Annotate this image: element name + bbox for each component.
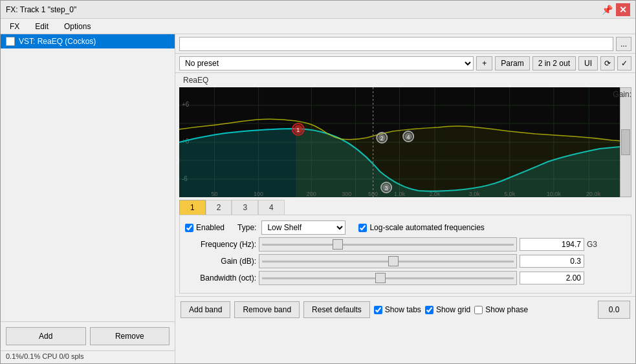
main-window: FX: Track 1 "step_0" 📌 ✕ FX Edit Options… (0, 0, 636, 364)
preset-select[interactable]: No preset (179, 56, 474, 70)
menu-fx[interactable]: FX (6, 21, 23, 32)
enabled-checkbox[interactable] (185, 224, 193, 232)
right-panel: ... No preset + Param 2 in 2 out UI ⟳ ✓ … (175, 34, 635, 363)
gain-row: Gain (dB): 0.3 (185, 254, 626, 268)
add-plugin-button[interactable]: Add (6, 327, 86, 345)
plugin-item[interactable]: ✓ VST: ReaEQ (Cockos) (1, 34, 175, 48)
reset-defaults-button[interactable]: Reset defaults (303, 301, 370, 318)
frequency-row: Frequency (Hz): 194.7 G3 (185, 237, 626, 252)
plugin-list: ✓ VST: ReaEQ (Cockos) (1, 34, 175, 321)
svg-text:300: 300 (342, 191, 351, 197)
gain-label: Gain: (613, 90, 631, 99)
add-preset-button[interactable]: + (476, 56, 492, 70)
show-tabs-checkbox[interactable] (374, 306, 382, 314)
logscale-check-label: Log-scale automated frequencies (358, 223, 484, 232)
svg-text:100: 100 (254, 191, 263, 197)
sidebar: ✓ VST: ReaEQ (Cockos) Add Remove 0.1%/0.… (1, 34, 175, 363)
gain-slider[interactable] (259, 254, 517, 268)
svg-text:200: 200 (307, 191, 316, 197)
gain-display: 0.0 (598, 301, 630, 319)
svg-text:20.0k: 20.0k (586, 191, 601, 197)
frequency-slider[interactable] (259, 237, 517, 252)
bandwidth-value: 2.00 (520, 272, 584, 284)
gain-value: 0.3 (520, 255, 584, 268)
eq-graph: +6 +0 -6 (179, 87, 620, 197)
menu-options[interactable]: Options (60, 21, 94, 32)
bandwidth-row: Bandwidth (oct): 2.00 (185, 271, 626, 285)
svg-text:500: 500 (368, 191, 378, 197)
bandwidth-label: Bandwidth (oct): (185, 273, 256, 283)
frequency-label: Frequency (Hz): (185, 240, 256, 249)
sidebar-footer: Add Remove (1, 321, 175, 350)
close-button[interactable]: ✕ (616, 3, 630, 16)
eq-section: Gain: (175, 87, 635, 197)
top-toolbar: ... (175, 34, 635, 54)
band-tabs: 1 2 3 4 (175, 197, 635, 215)
svg-text:1.0k: 1.0k (394, 191, 406, 197)
show-tabs-label: Show tabs (374, 305, 421, 314)
search-input[interactable] (179, 37, 613, 51)
band-tab-2[interactable]: 2 (206, 200, 232, 215)
bandwidth-slider[interactable] (259, 271, 517, 285)
remove-band-button[interactable]: Remove band (234, 301, 300, 318)
plugin-name: VST: ReaEQ (Cockos) (19, 37, 96, 46)
title-bar: FX: Track 1 "step_0" 📌 ✕ (1, 1, 635, 19)
bottom-toolbar: Add band Remove band Reset defaults Show… (175, 296, 635, 323)
scrollbar-thumb[interactable] (621, 129, 630, 155)
band-tab-4[interactable]: 4 (258, 200, 285, 215)
svg-text:5.0k: 5.0k (504, 191, 516, 197)
band-tab-1[interactable]: 1 (179, 200, 206, 215)
gain-thumb[interactable] (388, 256, 399, 266)
ui-button[interactable]: UI (578, 56, 598, 70)
svg-text:1: 1 (296, 127, 300, 133)
eq-display[interactable]: +6 +0 -6 (179, 87, 620, 197)
ellipsis-button[interactable]: ... (616, 37, 631, 51)
svg-text:3: 3 (385, 185, 388, 191)
remove-plugin-button[interactable]: Remove (90, 327, 170, 345)
eq-scrollbar[interactable] (620, 87, 631, 197)
show-grid-label: Show grid (425, 305, 470, 314)
menu-bar: FX Edit Options (1, 19, 635, 34)
record-button[interactable]: ⟳ (600, 56, 615, 70)
band-type-select[interactable]: Low Shelf High Shelf Band Low Pass High … (261, 220, 345, 235)
param-button[interactable]: Param (495, 56, 529, 70)
preset-toolbar: No preset + Param 2 in 2 out UI ⟳ ✓ (175, 54, 635, 73)
logscale-checkbox[interactable] (358, 224, 367, 232)
eq-controls: Enabled Type: Low Shelf High Shelf Band … (179, 215, 631, 294)
enabled-check-label: Enabled (185, 223, 225, 232)
status-bar: 0.1%/0.1% CPU 0/0 spls (1, 350, 175, 363)
menu-edit[interactable]: Edit (31, 21, 52, 32)
add-band-button[interactable]: Add band (181, 301, 230, 318)
pin-button[interactable]: 📌 (600, 3, 613, 16)
enable-button[interactable]: ✓ (617, 56, 631, 70)
show-phase-label: Show phase (474, 305, 528, 314)
frequency-thumb[interactable] (333, 239, 343, 250)
controls-row-1: Enabled Type: Low Shelf High Shelf Band … (185, 220, 626, 235)
svg-text:+6: +6 (182, 101, 190, 108)
band-tab-3[interactable]: 3 (232, 200, 258, 215)
routing-button[interactable]: 2 in 2 out (532, 56, 576, 70)
svg-text:2: 2 (380, 135, 384, 142)
frequency-value: 194.7 (520, 238, 584, 251)
main-content: ✓ VST: ReaEQ (Cockos) Add Remove 0.1%/0.… (1, 34, 635, 363)
frequency-note: G3 (587, 240, 626, 249)
svg-text:3.0k: 3.0k (469, 191, 481, 197)
gain-label-row: Gain (dB): (185, 257, 256, 266)
svg-text:50: 50 (211, 191, 217, 197)
bandwidth-thumb[interactable] (375, 273, 386, 283)
title-buttons: 📌 ✕ (600, 3, 630, 16)
plugin-checkbox[interactable]: ✓ (6, 37, 15, 46)
eq-title: ReaEQ (179, 74, 212, 86)
show-grid-checkbox[interactable] (425, 306, 433, 314)
show-phase-checkbox[interactable] (474, 306, 483, 314)
window-title: FX: Track 1 "step_0" (6, 5, 76, 14)
svg-text:10.0k: 10.0k (547, 191, 562, 197)
svg-text:2.0k: 2.0k (429, 191, 441, 197)
svg-text:4: 4 (407, 134, 410, 140)
